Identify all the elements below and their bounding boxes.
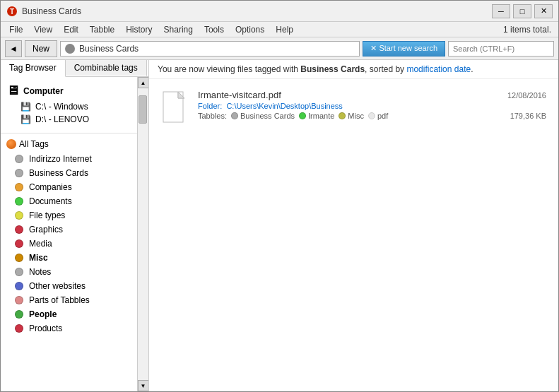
- tag-label-people: People: [29, 309, 57, 319]
- menu-bar: File View Edit Tabble History Sharing To…: [1, 22, 558, 37]
- tag-dot-file-types: [15, 211, 23, 220]
- file-details: Irmante-visitcard.pdf 12/08/2016 Folder:…: [198, 90, 546, 120]
- file-size: 179,36 KB: [510, 112, 546, 120]
- menu-help[interactable]: Help: [270, 23, 299, 36]
- menu-options[interactable]: Options: [230, 23, 270, 36]
- menu-tabble[interactable]: Tabble: [84, 23, 120, 36]
- maximize-button[interactable]: □: [513, 4, 531, 18]
- status-tag: Business Cards: [300, 64, 365, 74]
- drive-c-label: C:\ - Windows: [35, 102, 88, 112]
- status-bar: You are now viewing files tagged with Bu…: [149, 60, 558, 79]
- tag-dot-notes: [15, 268, 23, 276]
- minimize-button[interactable]: ─: [492, 4, 510, 18]
- status-end: .: [471, 64, 473, 74]
- all-tags-header: All Tags: [1, 136, 137, 152]
- tag-other-websites[interactable]: Other websites: [1, 279, 137, 293]
- tag-dot-other-websites: [15, 282, 23, 290]
- tag-label-indirizzo: Indirizzo Internet: [29, 154, 92, 164]
- breadcrumb-icon: [65, 44, 75, 54]
- tag-dot-misc: [15, 254, 23, 262]
- app-icon: T: [6, 6, 18, 17]
- scroll-down-arrow[interactable]: ▼: [138, 380, 149, 391]
- breadcrumb-text: Business Cards: [79, 44, 139, 54]
- tag-misc[interactable]: Misc: [1, 251, 137, 265]
- divider-1: [1, 133, 137, 133]
- tab-combinable[interactable]: Combinable tags: [66, 60, 147, 76]
- tabble-irmante: Irmante: [299, 112, 334, 120]
- menu-view[interactable]: View: [28, 23, 58, 36]
- file-icon: [161, 90, 189, 125]
- tabbles-label: Tabbles:: [198, 112, 227, 120]
- tag-documents[interactable]: Documents: [1, 194, 137, 208]
- search-input[interactable]: [448, 41, 554, 57]
- drive-d-label: D:\ - LENOVO: [35, 114, 89, 124]
- computer-section: 🖥 Computer 💾 C:\ - Windows 💾 D:\ - LENOV…: [1, 77, 137, 130]
- window-title: Business Cards: [22, 6, 492, 16]
- close-button[interactable]: ✕: [534, 4, 553, 18]
- status-sort-link[interactable]: modification date: [406, 64, 471, 74]
- svg-text:T: T: [10, 8, 14, 16]
- tabble-dot-pdf: [368, 112, 375, 119]
- tag-label-other-websites: Other websites: [29, 281, 86, 291]
- tag-notes[interactable]: Notes: [1, 265, 137, 279]
- tag-dot-companies: [15, 183, 23, 191]
- tag-label-graphics: Graphics: [29, 225, 63, 234]
- folder-path: C:\Users\Kevin\Desktop\Business: [226, 102, 342, 110]
- file-date: 12/08/2016: [507, 91, 546, 100]
- tag-label-companies: Companies: [29, 182, 72, 192]
- drive-d[interactable]: 💾 D:\ - LENOVO: [1, 113, 137, 126]
- start-search-button[interactable]: ✕ Start new search: [363, 41, 445, 57]
- file-name: Irmante-visitcard.pdf: [198, 90, 281, 100]
- tag-label-documents: Documents: [29, 196, 72, 206]
- tag-label-parts-of-tabbles: Parts of Tabbles: [29, 295, 90, 305]
- tag-label-misc: Misc: [29, 253, 48, 263]
- toolbar: ◄ New Business Cards ✕ Start new search: [1, 37, 558, 60]
- tab-tag-browser[interactable]: Tag Browser: [1, 60, 66, 77]
- scroll-up-arrow[interactable]: ▲: [138, 77, 149, 88]
- sidebar: Tag Browser Combinable tags 🖥 Computer 💾…: [1, 60, 149, 391]
- sidebar-content: 🖥 Computer 💾 C:\ - Windows 💾 D:\ - LENOV…: [1, 77, 137, 391]
- window-controls: ─ □ ✕: [492, 4, 553, 18]
- new-button[interactable]: New: [25, 40, 57, 57]
- tag-people[interactable]: People: [1, 307, 137, 321]
- tabble-dot-bc: [231, 112, 238, 119]
- tag-dot-people: [15, 310, 23, 319]
- tag-products[interactable]: Products: [1, 321, 137, 335]
- content-area: Tag Browser Combinable tags 🖥 Computer 💾…: [1, 60, 558, 391]
- tag-dot-media: [15, 239, 23, 248]
- sidebar-tabs: Tag Browser Combinable tags: [1, 60, 148, 77]
- tag-graphics[interactable]: Graphics: [1, 222, 137, 237]
- menu-edit[interactable]: Edit: [58, 23, 84, 36]
- file-name-row: Irmante-visitcard.pdf 12/08/2016: [198, 90, 546, 100]
- status-suffix: , sorted by: [365, 64, 406, 74]
- menu-history[interactable]: History: [120, 23, 158, 36]
- tag-companies[interactable]: Companies: [1, 180, 137, 194]
- tag-business-cards[interactable]: Business Cards: [1, 166, 137, 180]
- all-tags-label: All Tags: [19, 139, 49, 149]
- tabble-label-bc: Business Cards: [240, 112, 295, 120]
- menu-file[interactable]: File: [4, 23, 28, 36]
- tag-dot-documents: [15, 197, 23, 206]
- tag-indirizzo[interactable]: Indirizzo Internet: [1, 152, 137, 166]
- scroll-thumb[interactable]: [139, 95, 147, 124]
- tag-media[interactable]: Media: [1, 237, 137, 251]
- tag-file-types[interactable]: File types: [1, 208, 137, 222]
- tag-parts-of-tabbles[interactable]: Parts of Tabbles: [1, 293, 137, 307]
- tag-label-products: Products: [29, 323, 62, 333]
- tag-dot-parts-of-tabbles: [15, 296, 23, 304]
- back-button[interactable]: ◄: [5, 40, 22, 57]
- drive-c[interactable]: 💾 C:\ - Windows: [1, 100, 137, 113]
- status-text: You are now viewing files tagged with: [158, 64, 300, 74]
- tabble-dot-misc: [339, 112, 346, 119]
- computer-header: 🖥 Computer: [1, 81, 137, 100]
- menu-sharing[interactable]: Sharing: [158, 23, 199, 36]
- table-row[interactable]: Irmante-visitcard.pdf 12/08/2016 Folder:…: [155, 85, 553, 130]
- tabble-label-pdf: pdf: [377, 112, 388, 120]
- tag-label-media: Media: [29, 239, 52, 249]
- tabble-label-irmante: Irmante: [308, 112, 334, 120]
- tag-dot-products: [15, 324, 23, 333]
- tabble-pdf: pdf: [368, 112, 388, 120]
- menu-tools[interactable]: Tools: [199, 23, 230, 36]
- tabble-label-misc: Misc: [348, 112, 364, 120]
- tabble-misc: Misc: [339, 112, 364, 120]
